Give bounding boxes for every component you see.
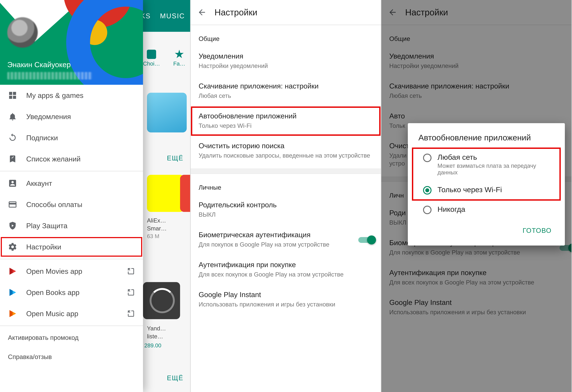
account-icon (8, 179, 17, 188)
menu-label: Уведомления (26, 113, 135, 121)
divider (0, 171, 143, 171)
setting-download-pref[interactable]: Скачивание приложения: настройки Любая с… (191, 76, 381, 106)
open-external-icon (127, 310, 135, 318)
app-name-2b: liste… (147, 333, 163, 340)
app-price: 289.00 (144, 342, 161, 349)
radio-unchecked-icon (423, 154, 431, 162)
play-movies-icon (8, 267, 17, 276)
section-general: Общие (191, 25, 381, 46)
option-title: Любая сеть (437, 153, 550, 162)
menu-subscriptions[interactable]: Подписки (0, 127, 143, 148)
section-personal: Личные (191, 174, 381, 195)
back-button[interactable] (197, 8, 207, 17)
drawer-header[interactable]: Энакин Скайуокер (0, 0, 143, 85)
drawer-menu: My apps & games Уведомления Подписки Спи… (0, 85, 143, 392)
panel-settings-dialog: Настройки Общие Уведомления Настройки ув… (381, 0, 572, 392)
menu-label: Open Movies app (26, 267, 118, 275)
highlight-frame: Любая сеть Может взиматься плата за пере… (413, 148, 560, 200)
subtab-editors-choice[interactable]: Choi… (143, 50, 160, 67)
option-any-network[interactable]: Любая сеть Может взиматься плата за пере… (413, 148, 560, 180)
play-music-icon (8, 309, 17, 318)
refresh-icon (8, 133, 17, 142)
menu-label: Open Books app (26, 288, 118, 296)
menu-payments[interactable]: Способы оплаты (0, 194, 143, 215)
option-title: Только через Wi-Fi (437, 185, 502, 194)
setting-purchase-auth[interactable]: Аутентификация при покупке Для всех поку… (191, 255, 381, 285)
more-link-1[interactable]: ЕЩЁ (167, 154, 184, 162)
menu-label: Способы оплаты (26, 200, 135, 209)
app-meta-1: 63 M (147, 233, 159, 239)
app-icon-red[interactable] (180, 175, 191, 212)
menu-label: Аккаунт (26, 179, 135, 187)
menu-open-music[interactable]: Open Music app (0, 303, 143, 324)
setting-subtitle: Удалить поисковые запросы, введенные на … (199, 152, 373, 160)
trophy-icon (147, 50, 156, 59)
subtab-label: Choi… (143, 61, 160, 67)
divider (0, 326, 143, 326)
menu-open-movies[interactable]: Open Movies app (0, 261, 143, 282)
setting-title: Скачивание приложения: настройки (199, 82, 373, 90)
done-button[interactable]: ГОТОВО (517, 224, 557, 238)
setting-subtitle: Для покупок в Google Play на этом устрой… (199, 241, 353, 249)
app-icon-snapchat[interactable] (147, 175, 184, 212)
option-never[interactable]: Никогда (408, 200, 565, 219)
option-wifi-only[interactable]: Только через Wi-Fi (413, 180, 560, 199)
page-title: Настройки (215, 7, 257, 17)
setting-play-instant[interactable]: Google Play Instant Использовать приложе… (191, 285, 381, 315)
setting-title: Google Play Instant (199, 290, 373, 299)
dialog-title: Автообновление приложений (408, 132, 565, 148)
grid-icon (8, 91, 17, 100)
app-name-2: Yand… (147, 325, 166, 332)
spinner-icon (150, 288, 175, 313)
setting-parental[interactable]: Родительский контроль ВЫКЛ (191, 195, 381, 225)
setting-title: Уведомления (199, 52, 373, 60)
section-divider (191, 169, 381, 174)
subtab-family[interactable]: Fa… (173, 50, 185, 67)
radio-unchecked-icon (423, 206, 431, 214)
menu-label: Open Music app (26, 310, 118, 318)
redeem-link[interactable]: Активировать промокод (8, 334, 135, 341)
setting-auto-update[interactable]: Автообновление приложений Только через W… (191, 106, 381, 136)
star-icon (175, 50, 184, 59)
nav-drawer: Энакин Скайуокер My apps & games Уведомл… (0, 0, 143, 392)
drawer-footer: Активировать промокод Справка/отзыв (0, 327, 143, 367)
setting-title: Очистить историю поиска (199, 142, 373, 150)
gear-icon (8, 242, 17, 251)
menu-wishlist[interactable]: Список желаний (0, 148, 143, 169)
bell-icon (8, 112, 17, 121)
settings-app-bar: Настройки (191, 0, 381, 25)
open-external-icon (127, 267, 135, 275)
subtab-label: Fa… (173, 61, 185, 67)
menu-account[interactable]: Аккаунт (0, 173, 143, 194)
setting-notifications[interactable]: Уведомления Настройки уведомлений (191, 46, 381, 76)
menu-my-apps[interactable]: My apps & games (0, 85, 143, 106)
setting-title: Родительский контроль (199, 201, 373, 209)
card-icon (8, 200, 17, 209)
more-link-2[interactable]: ЕЩЁ (167, 374, 184, 382)
setting-title: Аутентификация при покупке (199, 261, 373, 269)
divider (0, 259, 143, 259)
avatar[interactable] (7, 17, 38, 48)
app-card-bg-1[interactable] (147, 93, 187, 132)
menu-settings[interactable]: Настройки (0, 236, 143, 258)
user-email-blurred[interactable] (7, 72, 92, 80)
menu-notifications[interactable]: Уведомления (0, 106, 143, 127)
biometric-switch[interactable] (358, 236, 376, 244)
menu-open-books[interactable]: Open Books app (0, 282, 143, 303)
shield-icon (8, 221, 17, 230)
panel-drawer: KS MUSIC Choi… Fa… ЕЩЁ AliEx… Smar… 63 M (0, 0, 191, 392)
app-name-1: AliEx… (147, 217, 166, 224)
option-title: Никогда (437, 205, 465, 213)
setting-clear-search[interactable]: Очистить историю поиска Удалить поисковы… (191, 136, 381, 166)
help-link[interactable]: Справка/отзыв (8, 353, 135, 360)
setting-biometric[interactable]: Биометрическая аутентификация Для покупо… (191, 225, 381, 255)
menu-play-protect[interactable]: Play Защита (0, 215, 143, 236)
menu-label: Play Защита (26, 222, 135, 230)
setting-subtitle: ВЫКЛ (199, 211, 373, 219)
store-tab-music[interactable]: MUSIC (160, 12, 185, 20)
setting-subtitle: Для всех покупок в Google Play на этом у… (199, 271, 373, 278)
option-subtitle: Может взиматься плата за передачу данных (437, 163, 550, 176)
open-external-icon (127, 288, 135, 296)
menu-label: Список желаний (26, 155, 135, 163)
app-name-1b: Smar… (147, 225, 167, 232)
